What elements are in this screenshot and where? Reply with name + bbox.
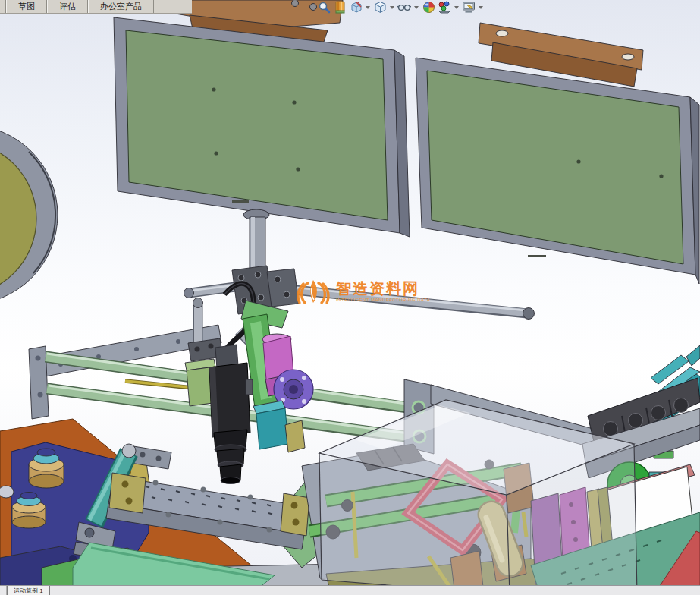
tab-motion-study[interactable]: 运动算例 1 [7,586,50,595]
vesa-hole [292,100,296,104]
label-smudge [232,200,249,203]
tube-clamp [267,269,299,307]
vesa-hole [214,151,218,155]
track-end-block [109,473,146,513]
tab-evaluate[interactable]: 评估 [47,0,88,13]
tabstrip-filler [154,0,192,13]
commandmanager-tabs: 草图 评估 办公室产品 [0,0,192,14]
apply-scene-icon[interactable] [333,1,347,14]
headsup-view-toolbar [317,0,484,14]
hide-show-items-dropdown[interactable] [413,1,419,14]
monitor-right [416,58,699,284]
camera-lens [214,430,247,484]
assembly-model [0,0,700,595]
tab-office-products[interactable]: 办公室产品 [88,0,154,13]
vesa-hole [212,87,215,91]
tabstrip-stub [0,0,6,13]
vesa-hole [659,174,663,178]
vesa-hole [576,159,580,163]
section-view-dropdown[interactable] [365,1,371,14]
3d-viewport[interactable]: 智造资料网 INTELLIGENT MANUFACTURING DATA [0,0,700,595]
solidworks-window: 智造资料网 INTELLIGENT MANUFACTURING DATA 草图 … [0,0,700,595]
left-flywheel [0,125,58,304]
study-tab-bar: 运动算例 1 [0,585,700,595]
screen-capture-icon[interactable] [462,1,476,14]
screen-capture-dropdown[interactable] [478,1,484,14]
label-smudge [528,255,546,257]
track-end-block [281,493,309,536]
view-settings-dropdown[interactable] [454,1,460,14]
vesa-hole [296,167,300,171]
zoom-to-area-icon[interactable] [317,1,331,14]
view-orientation-dropdown[interactable] [389,1,395,14]
block-teal [256,408,288,449]
monitor-left [114,17,410,278]
view-orientation-icon[interactable] [373,1,387,14]
study-bar-stub [0,586,7,595]
hide-show-items-icon[interactable] [397,1,411,14]
tab-sketch[interactable]: 草图 [6,0,47,13]
view-settings-icon[interactable] [438,1,451,14]
section-view-icon[interactable] [349,1,363,14]
edit-appearance-sphere-icon[interactable] [422,1,435,14]
